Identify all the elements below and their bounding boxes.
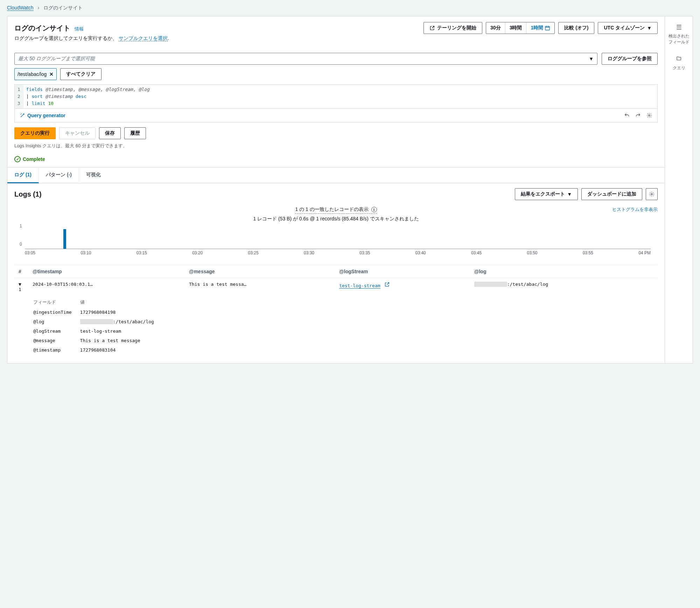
log-group-select[interactable]: 最大 50 ロググループまで選択可能 ▼ — [14, 53, 597, 65]
folder-icon — [676, 56, 682, 63]
history-button[interactable]: 履歴 — [124, 127, 146, 139]
tailing-start-button[interactable]: テーリングを開始 — [424, 22, 482, 34]
log-stream-link[interactable]: test-log-stream — [339, 283, 380, 289]
scanned-info: 1 レコード (53 B) が 0.6s @ 1 records/s (85.4… — [14, 216, 658, 222]
calendar-icon — [545, 25, 550, 31]
row-detail: フィールド 値 @ingestionTime1727968084198@log█… — [14, 296, 658, 356]
tab-patterns[interactable]: パターン (-) — [39, 168, 79, 183]
col-logstream[interactable]: @logStream — [335, 265, 470, 278]
external-icon — [429, 25, 435, 31]
side-detected-fields[interactable]: ☰ 検出されたフィールド — [665, 23, 693, 45]
histogram-chart: 1 0 03:0503:1003:1503:2003:2503:3003:350… — [7, 224, 665, 262]
col-log[interactable]: @log — [470, 265, 658, 278]
svg-point-2 — [651, 193, 652, 195]
svg-point-1 — [649, 115, 650, 116]
table-settings-button[interactable] — [646, 188, 658, 200]
svg-rect-0 — [545, 26, 550, 30]
redo-icon[interactable] — [635, 112, 641, 119]
add-to-dashboard-button[interactable]: ダッシュボードに追加 — [581, 188, 642, 200]
caret-down-icon: ▼ — [589, 56, 594, 62]
breadcrumb-current: ログのインサイト — [43, 5, 83, 10]
tab-logs[interactable]: ログ (1) — [7, 168, 39, 183]
check-circle-icon: ✓ — [14, 156, 21, 162]
tab-visualization[interactable]: 可視化 — [79, 168, 108, 183]
run-query-button[interactable]: クエリの実行 — [14, 127, 56, 139]
page-title: ログのインサイト — [14, 23, 70, 33]
clear-all-button[interactable]: すべてクリア — [60, 68, 102, 80]
breadcrumb-sep: › — [38, 5, 40, 10]
side-rail: ☰ 検出されたフィールド クエリ — [665, 16, 693, 363]
col-num[interactable]: # — [14, 265, 28, 278]
redacted-account: ████████████ — [474, 282, 507, 287]
query-limit-note: Logs Insights クエリは、最大 60 分まで実行できます。 — [7, 141, 665, 153]
settings-icon[interactable] — [646, 112, 652, 119]
main-panel: ログのインサイト 情報 テーリングを開始 30分 3時間 1時間 — [7, 16, 693, 363]
editor-gutter: 123 — [15, 85, 23, 108]
breadcrumb: CloudWatch › ログのインサイト — [0, 0, 700, 16]
result-tabs: ログ (1) パターン (-) 可視化 — [7, 167, 665, 183]
subhead: ロググループを選択してクエリを実行するか、 サンプルクエリを選択. — [7, 35, 665, 47]
results-table: # @timestamp @message @logStream @log ▼ … — [14, 265, 658, 356]
col-message[interactable]: @message — [185, 265, 335, 278]
hide-histogram-link[interactable]: ヒストグラムを非表示 — [612, 206, 658, 213]
side-queries[interactable]: クエリ — [671, 56, 687, 71]
row-toggle-icon[interactable]: ▼ — [19, 282, 21, 287]
editor-code[interactable]: fields @timestamp, @message, @logStream,… — [23, 85, 657, 108]
logs-title: Logs (1) — [14, 190, 42, 198]
cancel-button: キャンセル — [59, 127, 96, 139]
compare-button[interactable]: 比較 (オフ) — [558, 22, 594, 34]
menu-icon: ☰ — [676, 23, 682, 31]
query-editor: 123 fields @timestamp, @message, @logStr… — [14, 84, 658, 122]
query-generator-link[interactable]: Query generator — [20, 113, 65, 118]
info-circle-icon[interactable]: i — [371, 207, 377, 212]
undo-icon[interactable] — [624, 112, 630, 119]
info-link[interactable]: 情報 — [75, 26, 84, 31]
caret-down-icon: ▼ — [647, 25, 652, 31]
status-complete: ✓ Complete — [7, 153, 665, 167]
save-button[interactable]: 保存 — [99, 127, 121, 139]
matched-records-info: 1 の 1 の一致したレコードの表示 i — [295, 206, 377, 214]
wand-icon — [20, 113, 25, 118]
range-1h[interactable]: 1時間 — [526, 22, 554, 34]
export-results-button[interactable]: 結果をエクスポート ▼ — [515, 188, 578, 200]
table-row[interactable]: ▼ 1 2024-10-03T15:08:03.1… This is a tes… — [14, 278, 658, 296]
log-group-chip: /test/abac/log ✕ — [14, 68, 57, 80]
breadcrumb-root[interactable]: CloudWatch — [7, 5, 34, 11]
time-range-group: 30分 3時間 1時間 — [486, 22, 555, 34]
range-3h[interactable]: 3時間 — [505, 22, 527, 34]
range-30m[interactable]: 30分 — [486, 22, 505, 34]
chip-label: /test/abac/log — [18, 71, 47, 77]
timezone-button[interactable]: UTC タイムゾーン ▼ — [598, 22, 658, 34]
col-timestamp[interactable]: @timestamp — [28, 265, 185, 278]
sample-query-link[interactable]: サンプルクエリを選択 — [119, 35, 168, 41]
caret-down-icon: ▼ — [567, 191, 572, 197]
browse-log-groups-button[interactable]: ロググループを参照 — [602, 53, 658, 65]
external-link-icon[interactable] — [384, 283, 390, 288]
chip-remove-icon[interactable]: ✕ — [49, 71, 54, 77]
gear-icon — [649, 191, 654, 197]
